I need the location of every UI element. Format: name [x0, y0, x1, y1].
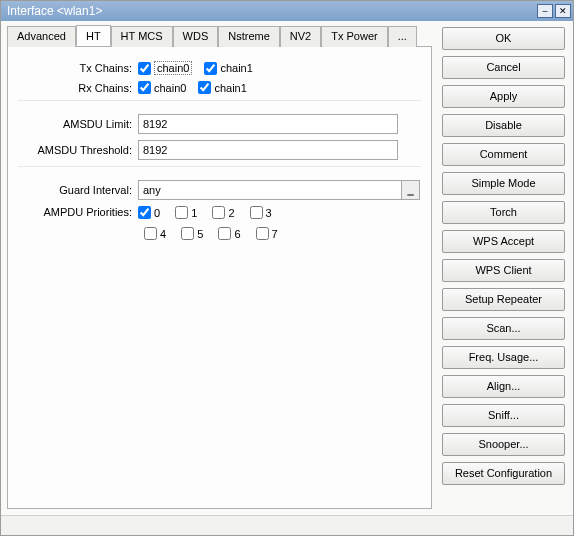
sniff-button[interactable]: Sniff... — [442, 404, 565, 427]
side-button-panel: OK Cancel Apply Disable Comment Simple M… — [438, 21, 573, 515]
row-guard-interval: Guard Interval: ‗ — [18, 180, 421, 200]
checkbox-input-ampdu-1[interactable] — [175, 206, 188, 219]
checkbox-input-ampdu-6[interactable] — [218, 227, 231, 240]
titlebar: Interface <wlan1> – ✕ — [1, 1, 573, 21]
ampdu-priorities-group1: 0 1 2 3 — [138, 206, 284, 221]
checkbox-ampdu-4[interactable]: 4 — [144, 227, 166, 240]
wps-client-button[interactable]: WPS Client — [442, 259, 565, 282]
row-rx-chains: Rx Chains: chain0 chain1 — [18, 81, 421, 94]
checkbox-input-rx-chain1[interactable] — [198, 81, 211, 94]
main-panel: Advanced HT HT MCS WDS Nstreme NV2 Tx Po… — [1, 21, 438, 515]
checkbox-input-rx-chain0[interactable] — [138, 81, 151, 94]
disable-button[interactable]: Disable — [442, 114, 565, 137]
label-ampdu-4: 4 — [160, 228, 166, 240]
label-ampdu-2: 2 — [228, 207, 234, 219]
label-guard-interval: Guard Interval: — [18, 184, 138, 196]
apply-button[interactable]: Apply — [442, 85, 565, 108]
ampdu-priorities-group2: 4 5 6 7 — [144, 227, 421, 242]
setup-repeater-button[interactable]: Setup Repeater — [442, 288, 565, 311]
tab-tx-power[interactable]: Tx Power — [321, 26, 387, 47]
checkbox-input-ampdu-5[interactable] — [181, 227, 194, 240]
checkbox-tx-chain1[interactable]: chain1 — [204, 62, 252, 75]
separator — [18, 166, 421, 176]
ok-button[interactable]: OK — [442, 27, 565, 50]
label-ampdu-priorities: AMPDU Priorities: — [18, 206, 138, 218]
checkbox-ampdu-0[interactable]: 0 — [138, 206, 160, 219]
checkbox-tx-chain0[interactable]: chain0 — [138, 61, 192, 75]
checkbox-ampdu-7[interactable]: 7 — [256, 227, 278, 240]
input-amsdu-threshold[interactable] — [138, 140, 398, 160]
tab-strip: Advanced HT HT MCS WDS Nstreme NV2 Tx Po… — [7, 25, 432, 47]
tab-advanced[interactable]: Advanced — [7, 26, 76, 47]
label-ampdu-3: 3 — [266, 207, 272, 219]
checkbox-ampdu-2[interactable]: 2 — [212, 206, 234, 219]
freq-usage-button[interactable]: Freq. Usage... — [442, 346, 565, 369]
close-icon[interactable]: ✕ — [555, 4, 571, 18]
status-bar — [1, 515, 573, 535]
checkbox-ampdu-3[interactable]: 3 — [250, 206, 272, 219]
checkbox-ampdu-5[interactable]: 5 — [181, 227, 203, 240]
cancel-button[interactable]: Cancel — [442, 56, 565, 79]
input-amsdu-limit[interactable] — [138, 114, 398, 134]
row-ampdu-priorities: AMPDU Priorities: 0 1 2 3 — [18, 206, 421, 221]
dropdown-icon[interactable]: ‗ — [402, 180, 420, 200]
simple-mode-button[interactable]: Simple Mode — [442, 172, 565, 195]
checkbox-ampdu-1[interactable]: 1 — [175, 206, 197, 219]
tab-more[interactable]: ... — [388, 26, 417, 47]
label-tx-chains: Tx Chains: — [18, 62, 138, 74]
input-guard-interval[interactable] — [138, 180, 402, 200]
tab-content-ht: Tx Chains: chain0 chain1 Rx Chains: chai… — [7, 47, 432, 509]
label-ampdu-0: 0 — [154, 207, 160, 219]
checkbox-input-ampdu-4[interactable] — [144, 227, 157, 240]
label-tx-chain0: chain0 — [154, 61, 192, 75]
label-amsdu-limit: AMSDU Limit: — [18, 118, 138, 130]
separator — [18, 100, 421, 110]
reset-configuration-button[interactable]: Reset Configuration — [442, 462, 565, 485]
label-ampdu-7: 7 — [272, 228, 278, 240]
checkbox-rx-chain1[interactable]: chain1 — [198, 81, 246, 94]
label-tx-chain1: chain1 — [220, 62, 252, 74]
tab-wds[interactable]: WDS — [173, 26, 219, 47]
guard-interval-field: ‗ — [138, 180, 420, 200]
window: Interface <wlan1> – ✕ Advanced HT HT MCS… — [0, 0, 574, 536]
label-ampdu-5: 5 — [197, 228, 203, 240]
checkbox-rx-chain0[interactable]: chain0 — [138, 81, 186, 94]
checkbox-input-ampdu-7[interactable] — [256, 227, 269, 240]
label-rx-chain0: chain0 — [154, 82, 186, 94]
window-title: Interface <wlan1> — [7, 4, 535, 18]
tab-ht[interactable]: HT — [76, 25, 111, 46]
checkbox-input-tx-chain1[interactable] — [204, 62, 217, 75]
torch-button[interactable]: Torch — [442, 201, 565, 224]
checkbox-ampdu-6[interactable]: 6 — [218, 227, 240, 240]
label-rx-chain1: chain1 — [214, 82, 246, 94]
label-ampdu-6: 6 — [234, 228, 240, 240]
label-amsdu-threshold: AMSDU Threshold: — [18, 144, 138, 156]
tab-ht-mcs[interactable]: HT MCS — [111, 26, 173, 47]
window-body: Advanced HT HT MCS WDS Nstreme NV2 Tx Po… — [1, 21, 573, 515]
checkbox-input-ampdu-3[interactable] — [250, 206, 263, 219]
snooper-button[interactable]: Snooper... — [442, 433, 565, 456]
minimize-icon[interactable]: – — [537, 4, 553, 18]
label-ampdu-1: 1 — [191, 207, 197, 219]
comment-button[interactable]: Comment — [442, 143, 565, 166]
checkbox-input-ampdu-0[interactable] — [138, 206, 151, 219]
row-amsdu-threshold: AMSDU Threshold: — [18, 140, 421, 160]
wps-accept-button[interactable]: WPS Accept — [442, 230, 565, 253]
label-rx-chains: Rx Chains: — [18, 82, 138, 94]
checkbox-input-tx-chain0[interactable] — [138, 62, 151, 75]
align-button[interactable]: Align... — [442, 375, 565, 398]
tab-nv2[interactable]: NV2 — [280, 26, 321, 47]
checkbox-input-ampdu-2[interactable] — [212, 206, 225, 219]
tab-nstreme[interactable]: Nstreme — [218, 26, 280, 47]
row-amsdu-limit: AMSDU Limit: — [18, 114, 421, 134]
scan-button[interactable]: Scan... — [442, 317, 565, 340]
row-tx-chains: Tx Chains: chain0 chain1 — [18, 61, 421, 75]
